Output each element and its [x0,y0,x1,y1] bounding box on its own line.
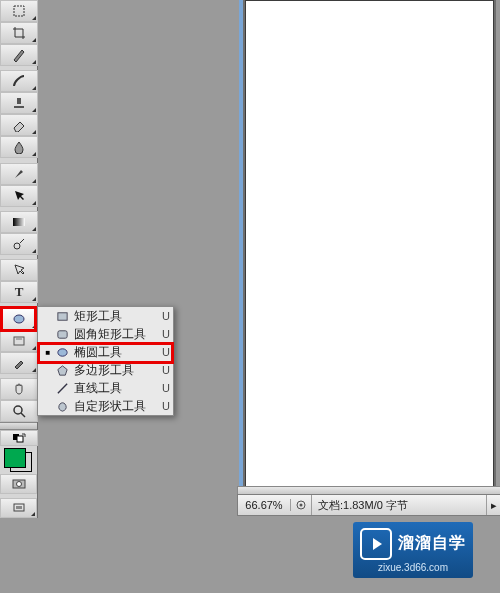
flyout-label: 矩形工具 [72,308,159,325]
stamp-tool[interactable] [0,92,38,114]
flyout-rectangle[interactable]: 矩形工具 U [38,307,173,325]
flyout-shortcut: U [159,310,173,322]
eraser-tool[interactable] [0,114,38,136]
svg-rect-0 [14,6,24,16]
badge-url: zixue.3d66.com [378,562,448,573]
flyout-ellipse[interactable]: ■ 椭圆工具 U [38,343,173,361]
svg-rect-1 [13,218,25,226]
line-icon [54,381,70,395]
rectangle-icon [54,309,70,323]
slice-tool[interactable] [0,44,38,66]
document-size[interactable]: 文档:1.83M/0 字节 [312,495,487,515]
flyout-label: 圆角矩形工具 [72,326,159,343]
rounded-rectangle-icon [54,327,70,341]
canvas-ruler-edge [239,0,243,486]
zoom-level[interactable]: 66.67% [238,499,291,511]
badge-title: 溜溜自学 [398,533,466,554]
svg-point-11 [16,481,21,486]
path-select-tool[interactable] [0,185,38,207]
svg-point-6 [14,406,22,414]
gradient-tool[interactable] [0,211,38,233]
flyout-label: 直线工具 [72,380,159,397]
default-colors[interactable] [0,430,38,446]
eyedropper-tool[interactable] [0,352,38,374]
toolbox-separator [0,422,37,430]
flyout-shortcut: U [159,364,173,376]
polygon-icon [54,363,70,377]
flyout-shortcut: U [159,346,173,358]
flyout-shortcut: U [159,328,173,340]
screen-mode-toggle[interactable] [0,498,37,518]
dodge-tool[interactable] [0,233,38,255]
status-preview-icon[interactable] [291,495,312,515]
svg-point-3 [14,315,24,323]
canvas[interactable] [245,0,494,488]
toolbox: T [0,0,38,518]
svg-marker-17 [57,365,66,374]
flyout-polygon[interactable]: 多边形工具 U [38,361,173,379]
hand-tool[interactable] [0,378,38,400]
blur-tool[interactable] [0,136,38,158]
status-bar: 66.67% 文档:1.83M/0 字节 ▸ [237,494,500,516]
flyout-rounded-rectangle[interactable]: 圆角矩形工具 U [38,325,173,343]
status-menu-arrow-icon[interactable]: ▸ [487,499,500,512]
svg-rect-14 [57,312,66,319]
flyout-shortcut: U [159,382,173,394]
shape-tool-flyout: 矩形工具 U 圆角矩形工具 U ■ 椭圆工具 U 多边形工具 U 直线工具 U … [37,306,174,416]
flyout-shortcut: U [159,400,173,412]
color-selectors[interactable] [0,446,37,468]
flyout-label: 多边形工具 [72,362,159,379]
svg-point-2 [14,243,20,249]
svg-rect-9 [17,436,23,442]
svg-rect-13 [16,506,22,509]
quick-mask-toggle[interactable] [0,474,37,494]
svg-line-7 [21,413,25,417]
flyout-label: 椭圆工具 [72,344,159,361]
svg-point-16 [57,348,66,355]
svg-line-18 [57,383,66,392]
svg-point-20 [300,504,303,507]
play-icon [360,528,392,560]
flyout-line[interactable]: 直线工具 U [38,379,173,397]
active-mark-icon: ■ [44,348,52,357]
zoom-tool[interactable] [0,400,38,422]
document-area [237,0,500,516]
foreground-color[interactable] [4,448,26,468]
direct-select-tool[interactable] [0,259,38,281]
flyout-label: 自定形状工具 [72,398,159,415]
watermark-badge: 溜溜自学 zixue.3d66.com [353,522,473,578]
pen-tool[interactable] [0,163,38,185]
shape-tool[interactable] [0,308,38,330]
custom-shape-icon [54,399,70,413]
ellipse-icon [54,345,70,359]
notes-tool[interactable] [0,330,38,352]
crop-tool[interactable] [0,22,38,44]
svg-rect-4 [14,337,24,345]
healing-brush-tool[interactable] [0,70,38,92]
type-tool[interactable]: T [0,281,38,303]
flyout-custom-shape[interactable]: 自定形状工具 U [38,397,173,415]
marquee-tool[interactable] [0,0,38,22]
svg-rect-15 [57,330,66,337]
